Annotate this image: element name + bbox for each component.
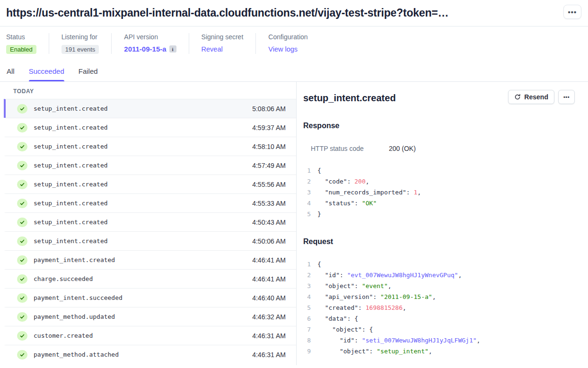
code-line: 7 "object": {	[303, 324, 575, 335]
line-number: 1	[304, 259, 311, 270]
line-number: 5	[304, 209, 311, 219]
code-line: 4 "api_version": "2011-09-15-a",	[303, 291, 575, 302]
success-check-icon	[17, 218, 27, 227]
code-text: "id": "evt_007WewuJW8hgHJ1yWnevGPuq",	[317, 270, 462, 280]
main-content: TODAY setup_intent.created 5:08:06 AM se…	[0, 82, 588, 365]
event-time: 4:46:32 AM	[252, 313, 296, 321]
event-time: 5:08:06 AM	[252, 105, 296, 113]
ellipsis-icon: •••	[568, 8, 577, 16]
response-heading: Response	[303, 122, 575, 130]
code-line: 3 "object": "event",	[303, 280, 575, 291]
event-filter-tabs: AllSucceededFailed	[0, 61, 588, 82]
code-line: 9 "object": "setup_intent",	[303, 346, 575, 357]
code-text: "id": "seti_007WewuJW8hgHJ1yJqLFWGj1",	[317, 335, 480, 346]
code-text: "object": "event",	[317, 280, 392, 291]
listening-label: Listening for	[61, 33, 99, 41]
event-name: setup_intent.created	[34, 124, 108, 131]
event-name: setup_intent.created	[34, 200, 108, 207]
code-line: 8 "id": "seti_007WewuJW8hgHJ1yJqLFWGj1",	[303, 335, 575, 346]
event-time: 4:50:43 AM	[252, 219, 296, 226]
line-number: 7	[304, 324, 311, 335]
header-more-button[interactable]: •••	[563, 5, 581, 19]
success-check-icon	[17, 199, 27, 208]
event-row[interactable]: setup_intent.created 4:57:49 AM	[4, 156, 296, 175]
resend-button[interactable]: Resend	[508, 90, 554, 104]
line-number: 6	[304, 313, 311, 324]
event-row[interactable]: charge.succeeded 4:46:41 AM	[4, 269, 296, 288]
event-row[interactable]: setup_intent.created 4:59:37 AM	[4, 118, 296, 137]
tab-failed[interactable]: Failed	[79, 67, 98, 81]
event-name: payment_method.attached	[34, 351, 119, 358]
code-line: 2 "id": "evt_007WewuJW8hgHJ1yWnevGPuq",	[303, 270, 575, 280]
success-check-icon	[17, 274, 27, 284]
event-row[interactable]: customer.created 4:46:31 AM	[4, 326, 296, 345]
code-text: }	[317, 209, 321, 219]
endpoint-url-title: https://us-central1-mixpanel-internal-da…	[6, 7, 448, 19]
line-number: 2	[304, 270, 311, 280]
event-time: 4:55:56 AM	[252, 181, 296, 188]
event-time: 4:58:10 AM	[252, 143, 296, 150]
event-time: 4:55:33 AM	[252, 200, 296, 207]
success-check-icon	[17, 237, 27, 246]
code-line: 5}	[303, 209, 575, 219]
line-number: 4	[304, 291, 311, 302]
http-status-value: 200 (OK)	[389, 145, 416, 152]
reveal-secret-link[interactable]: Reveal	[202, 45, 223, 53]
event-time: 4:46:31 AM	[252, 351, 296, 359]
event-time: 4:50:06 AM	[252, 237, 296, 245]
event-row[interactable]: setup_intent.created 4:50:43 AM	[4, 212, 296, 231]
success-check-icon	[17, 350, 27, 359]
code-line: 5 "created": 1698815286,	[303, 302, 575, 313]
events-count-badge: 191 events	[61, 45, 99, 54]
event-row[interactable]: setup_intent.created 4:50:06 AM	[4, 231, 296, 250]
event-row[interactable]: payment_intent.succeeded 4:46:40 AM	[4, 288, 296, 307]
line-number: 5	[304, 302, 311, 313]
request-code-block: 1{2 "id": "evt_007WewuJW8hgHJ1yWnevGPuq"…	[303, 259, 575, 357]
code-text: "num_records_imported": 1,	[317, 187, 421, 198]
success-check-icon	[17, 123, 27, 132]
event-time: 4:57:49 AM	[252, 162, 296, 169]
event-name: payment_intent.created	[34, 256, 115, 263]
event-list-pane: TODAY setup_intent.created 5:08:06 AM se…	[0, 82, 297, 365]
detail-more-button[interactable]: •••	[558, 90, 575, 104]
code-text: {	[317, 165, 321, 176]
status-item-listening: Listening for 191 events	[49, 33, 112, 54]
http-status-label: HTTP status code	[311, 145, 389, 152]
event-time: 4:46:40 AM	[252, 294, 296, 302]
status-enabled-badge: Enabled	[6, 45, 36, 54]
success-check-icon	[17, 180, 27, 189]
request-heading: Request	[303, 237, 575, 246]
info-icon: i	[169, 45, 176, 53]
view-logs-link[interactable]: View logs	[268, 45, 298, 53]
api-version-value[interactable]: 2011-09-15-a	[124, 45, 166, 53]
event-time: 4:46:41 AM	[252, 275, 296, 283]
event-name: payment_intent.succeeded	[34, 294, 123, 301]
event-row[interactable]: payment_method.attached 4:46:31 AM	[4, 345, 296, 364]
event-row[interactable]: payment_method.updated 4:46:32 AM	[4, 307, 296, 326]
event-row[interactable]: setup_intent.created 5:08:06 AM	[4, 99, 296, 118]
code-line: 4 "status": "OK"	[303, 198, 575, 209]
code-text: "api_version": "2011-09-15-a",	[317, 291, 436, 302]
success-check-icon	[17, 255, 27, 265]
tab-all[interactable]: All	[7, 67, 15, 81]
detail-event-title: setup_intent.created	[303, 93, 396, 104]
event-row[interactable]: payment_intent.created 4:46:41 AM	[4, 250, 296, 269]
status-bar: Status Enabled Listening for 191 events …	[0, 26, 588, 61]
event-row[interactable]: setup_intent.created 4:58:10 AM	[4, 137, 296, 156]
event-group-header: TODAY	[0, 82, 296, 99]
tab-succeeded[interactable]: Succeeded	[29, 67, 64, 81]
success-check-icon	[17, 331, 27, 341]
event-name: setup_intent.created	[34, 181, 108, 188]
code-line: 1{	[303, 259, 575, 270]
code-text: "object": {	[317, 324, 373, 335]
event-name: setup_intent.created	[34, 162, 108, 169]
event-row[interactable]: setup_intent.created 4:55:33 AM	[4, 193, 296, 212]
event-name: customer.created	[34, 332, 93, 339]
detail-header: setup_intent.created Resend •••	[303, 90, 575, 104]
refresh-clockwise-icon	[514, 94, 521, 100]
event-time: 4:59:37 AM	[252, 124, 296, 131]
event-time: 4:46:31 AM	[252, 332, 296, 340]
ellipsis-icon: •••	[563, 94, 570, 100]
code-text: "code": 200,	[317, 176, 369, 187]
event-row[interactable]: setup_intent.created 4:55:56 AM	[4, 175, 296, 193]
